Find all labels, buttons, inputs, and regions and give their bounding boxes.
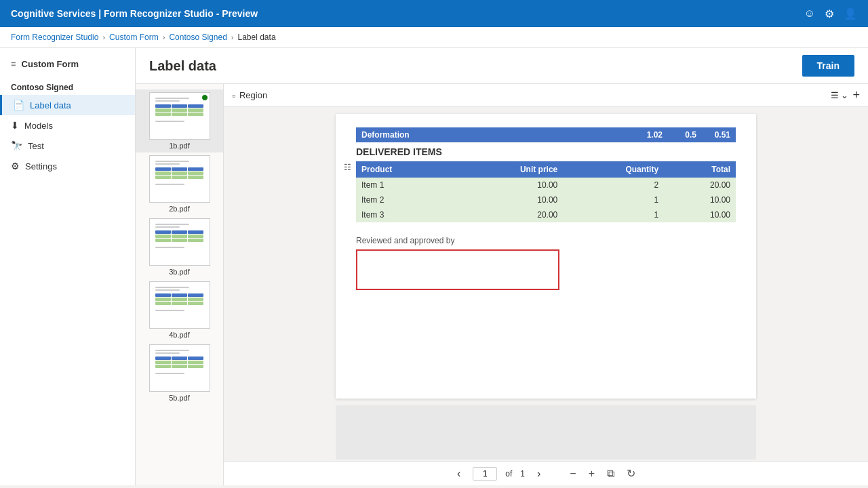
main-layout: ≡ Custom Form Contoso Signed 📄 Label dat… <box>0 48 868 485</box>
deformation-val2: 0.5 <box>669 130 696 140</box>
smiley-icon[interactable]: ☺ <box>804 7 815 20</box>
file-thumb-3 <box>149 218 210 266</box>
zoom-controls: − + ⧉ ↻ <box>566 466 639 481</box>
layers-chevron: ⌄ <box>841 90 848 100</box>
sidebar: ≡ Custom Form Contoso Signed 📄 Label dat… <box>0 48 136 485</box>
table-row: Item 2 10.00 1 10.00 <box>356 192 736 207</box>
region-label: ▫ Region <box>232 90 267 101</box>
test-icon: 🔭 <box>11 140 22 151</box>
sidebar-toggle-icon[interactable]: ≡ <box>11 59 16 69</box>
file-item-2[interactable]: 2b.pdf <box>136 152 223 216</box>
cell-price-1: 10.00 <box>452 178 563 192</box>
doc-scroll[interactable]: Deformation 1.02 0.5 0.51 DELIVERED ITEM… <box>224 107 868 461</box>
sidebar-item-test-text: Test <box>28 141 44 151</box>
prev-page-button[interactable]: ‹ <box>453 466 465 481</box>
rotate-button[interactable]: ↻ <box>623 466 639 481</box>
settings-icon[interactable]: ⚙ <box>825 7 834 20</box>
label-data-icon: 📄 <box>13 100 24 110</box>
file-list: 1b.pdf <box>136 84 224 485</box>
doc-page-1: Deformation 1.02 0.5 0.51 DELIVERED ITEM… <box>336 114 756 399</box>
sidebar-item-settings-text: Settings <box>25 161 57 171</box>
thumb-inner-2 <box>153 158 207 200</box>
breadcrumb-custom-form[interactable]: Custom Form <box>109 33 159 42</box>
breadcrumb-sep-3: › <box>231 33 234 41</box>
file-item-5[interactable]: 5b.pdf <box>136 342 223 405</box>
deformation-row: Deformation 1.02 0.5 0.51 <box>356 127 736 142</box>
sidebar-item-models[interactable]: ⬇ Models <box>0 115 135 136</box>
breadcrumb-contoso[interactable]: Contoso Signed <box>169 33 226 42</box>
page-of-label: of <box>505 469 512 479</box>
split-view: 1b.pdf <box>136 84 868 485</box>
col-product: Product <box>356 161 452 178</box>
sidebar-item-settings[interactable]: ⚙ Settings <box>0 156 135 176</box>
toolbar-right: ☰ ⌄ + <box>831 88 860 102</box>
sidebar-section: Contoso Signed <box>0 77 135 95</box>
cell-qty-2: 1 <box>563 192 664 207</box>
doc-page-2 <box>336 405 756 460</box>
sidebar-app-label: Custom Form <box>22 59 79 69</box>
topbar-icons: ☺ ⚙ 👤 <box>804 7 857 20</box>
content-area: Label data Train <box>136 48 868 485</box>
signature-box <box>356 249 559 290</box>
file-item-4[interactable]: 4b.pdf <box>136 279 223 342</box>
add-button[interactable]: + <box>852 88 860 102</box>
sidebar-item-models-text: Models <box>24 121 53 131</box>
doc-toolbar: ▫ Region ☰ ⌄ + <box>224 84 868 107</box>
next-page-button[interactable]: › <box>533 466 545 481</box>
file-name-5: 5b.pdf <box>169 394 190 402</box>
cell-price-2: 10.00 <box>452 192 563 207</box>
topbar: Cognitive Services | Form Recognizer Stu… <box>0 0 868 27</box>
delivered-items-title: DELIVERED ITEMS <box>356 146 736 157</box>
table-grid-icon: ☷ <box>344 163 351 172</box>
cell-qty-1: 2 <box>563 178 664 192</box>
file-name-3: 3b.pdf <box>169 268 190 276</box>
thumb-inner-3 <box>153 221 207 263</box>
cell-price-3: 20.00 <box>452 207 563 222</box>
file-thumb-5 <box>149 344 210 392</box>
region-text: Region <box>239 90 267 100</box>
region-icon: ▫ <box>232 90 235 101</box>
file-thumb-1 <box>149 92 210 140</box>
sidebar-item-label-data[interactable]: 📄 Label data <box>0 95 135 115</box>
cell-product-2: Item 2 <box>356 192 452 207</box>
file-item-1[interactable]: 1b.pdf <box>136 89 223 152</box>
page-header: Label data Train <box>136 48 868 84</box>
zoom-out-button[interactable]: − <box>566 466 579 481</box>
breadcrumb-form-recognizer[interactable]: Form Recognizer Studio <box>11 33 98 42</box>
breadcrumb-sep-2: › <box>163 33 165 41</box>
models-icon: ⬇ <box>11 120 19 131</box>
reviewed-label: Reviewed and approved by <box>356 236 736 245</box>
breadcrumb-current: Label data <box>238 33 276 42</box>
deformation-val1: 1.02 <box>635 130 663 140</box>
layers-button[interactable]: ☰ ⌄ <box>831 90 848 100</box>
cell-product-1: Item 1 <box>356 178 452 192</box>
deformation-val3: 0.51 <box>703 130 730 140</box>
fit-page-button[interactable]: ⧉ <box>604 466 618 481</box>
table-header: Product Unit price Quantity Total <box>356 161 736 178</box>
breadcrumb-sep-1: › <box>102 33 105 41</box>
cell-total-3: 10.00 <box>664 207 736 222</box>
breadcrumb: Form Recognizer Studio › Custom Form › C… <box>0 27 868 48</box>
cell-qty-3: 1 <box>563 207 664 222</box>
doc-viewer: ▫ Region ☰ ⌄ + <box>224 84 868 485</box>
sidebar-item-label-data-text: Label data <box>30 100 71 110</box>
page-number-input[interactable]: 1 <box>473 467 497 481</box>
thumb-inner-4 <box>153 284 207 326</box>
file-name-4: 4b.pdf <box>169 331 190 339</box>
file-name-1: 1b.pdf <box>169 142 190 150</box>
total-pages: 1 <box>520 469 525 479</box>
file-thumb-2 <box>149 155 210 203</box>
cell-total-1: 20.00 <box>664 178 736 192</box>
file-thumb-4 <box>149 281 210 329</box>
file-item-3[interactable]: 3b.pdf <box>136 216 223 279</box>
items-table: Product Unit price Quantity Total Item 1 <box>356 161 736 222</box>
deformation-label: Deformation <box>361 130 410 140</box>
zoom-in-button[interactable]: + <box>585 466 598 481</box>
doc-nav: ‹ 1 of 1 › − + ⧉ ↻ <box>224 461 868 485</box>
user-icon[interactable]: 👤 <box>844 7 857 20</box>
sidebar-item-test[interactable]: 🔭 Test <box>0 136 135 156</box>
file-name-2: 2b.pdf <box>169 205 190 213</box>
table-row: Item 3 20.00 1 10.00 <box>356 207 736 222</box>
train-button[interactable]: Train <box>802 55 854 77</box>
col-unit-price: Unit price <box>452 161 563 178</box>
